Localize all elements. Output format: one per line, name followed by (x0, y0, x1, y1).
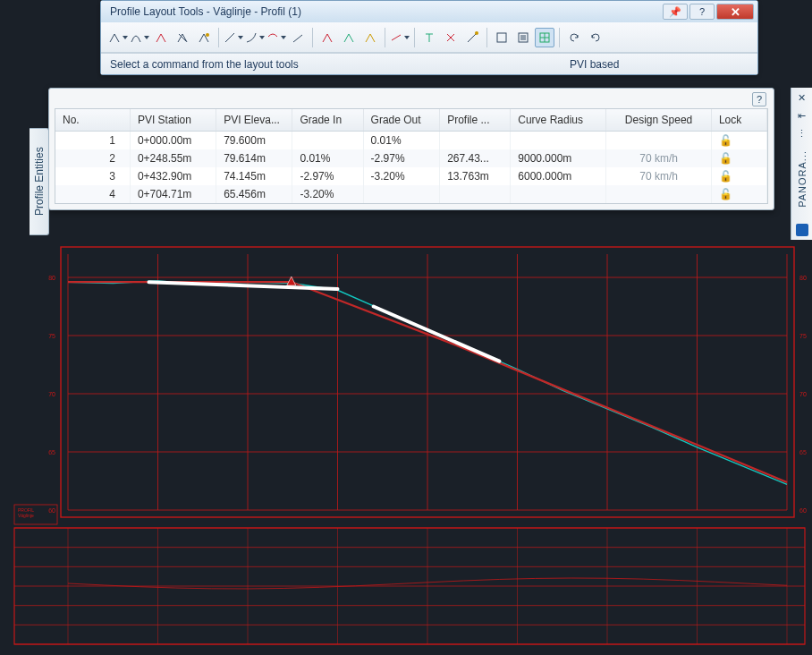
cell-grade-out[interactable]: 0.01% (363, 132, 440, 150)
lock-icon[interactable]: 🔓 (719, 152, 732, 165)
cell-speed[interactable] (606, 185, 712, 203)
separator (414, 28, 415, 47)
separator (312, 28, 313, 47)
toolbar (101, 22, 757, 53)
svg-text:70: 70 (799, 391, 807, 397)
cell-grade-in[interactable]: 0.01% (292, 149, 363, 167)
cell-elev[interactable]: 74.145m (216, 167, 292, 185)
col-grade-out[interactable]: Grade Out (363, 109, 440, 132)
status-mode: PVI based (570, 58, 749, 71)
redo-button[interactable] (586, 28, 605, 47)
profile-style-button[interactable] (513, 28, 533, 47)
delete-pvi-button[interactable] (173, 28, 192, 47)
cell-no: 3 (55, 167, 130, 185)
cell-grade-in[interactable]: -2.97% (292, 167, 363, 185)
lock-icon[interactable]: 🔓 (719, 170, 732, 183)
copy-profile-button[interactable] (390, 28, 410, 47)
cell-lock[interactable]: 🔓 (711, 149, 766, 167)
trim-entity-button[interactable] (339, 28, 359, 47)
extend-entity-button[interactable] (317, 28, 337, 47)
cell-station[interactable]: 0+248.55m (130, 149, 216, 167)
profile-properties-button[interactable] (492, 28, 512, 47)
panel-tab[interactable]: Profile Entities (30, 128, 49, 235)
cell-grade-in[interactable] (292, 132, 363, 150)
cell-lock[interactable]: 🔓 (711, 167, 766, 185)
table-row[interactable]: 30+432.90m74.145m-2.97%-3.20%13.763m6000… (55, 167, 767, 185)
lock-icon[interactable]: 🔓 (719, 134, 732, 147)
cell-profile-len[interactable] (440, 185, 511, 203)
cell-speed[interactable] (606, 132, 712, 150)
cell-elev[interactable]: 79.614m (216, 149, 292, 167)
pvi-table: No. PVI Station PVI Eleva... Grade In Gr… (55, 109, 767, 203)
col-no[interactable]: No. (55, 109, 130, 132)
cell-grade-out[interactable]: -2.97% (363, 149, 440, 167)
cell-station[interactable]: 0+704.71m (130, 185, 216, 203)
window-title: Profile Layout Tools - Väglinje - Profil… (110, 5, 661, 18)
panorama-pin-icon[interactable]: ⇤ (796, 109, 808, 122)
cell-elev[interactable]: 65.456m (216, 185, 292, 203)
cell-grade-out[interactable]: -3.20% (363, 167, 440, 185)
cell-radius[interactable] (511, 132, 606, 150)
table-row[interactable]: 10+000.00m79.600m0.01%🔓 (55, 132, 767, 150)
cell-station[interactable]: 0+000.00m (130, 132, 216, 150)
panorama-menu-icon[interactable]: ⋮ (796, 127, 808, 140)
fixed-curve-button[interactable] (245, 28, 265, 47)
delete-sub-entity-button[interactable] (441, 28, 461, 47)
cell-lock[interactable]: 🔓 (711, 132, 766, 150)
col-lock[interactable]: Lock (711, 109, 766, 132)
col-station[interactable]: PVI Station (130, 109, 216, 132)
help-button[interactable]: ? (689, 4, 715, 20)
separator (486, 28, 487, 47)
move-pvi-button[interactable] (194, 28, 214, 47)
cell-radius[interactable]: 9000.000m (511, 149, 606, 167)
undo-button[interactable] (564, 28, 584, 47)
cell-station[interactable]: 0+432.90m (130, 167, 216, 185)
table-row[interactable]: 20+248.55m79.614m0.01%-2.97%267.43...900… (55, 149, 767, 167)
svg-point-1 (475, 31, 478, 35)
cell-grade-in[interactable]: -3.20% (292, 185, 363, 203)
cell-profile-len[interactable]: 267.43... (440, 149, 511, 167)
float-curve-button[interactable] (266, 28, 286, 47)
col-grade-in[interactable]: Grade In (292, 109, 363, 132)
cell-no: 1 (55, 132, 130, 150)
cell-speed[interactable]: 70 km/h (606, 167, 712, 185)
separator (559, 28, 560, 47)
raise-lower-button[interactable] (360, 28, 380, 47)
titlebar[interactable]: Profile Layout Tools - Väglinje - Profil… (101, 1, 757, 22)
col-elev[interactable]: PVI Eleva... (216, 109, 292, 132)
panorama-close-icon[interactable]: ✕ (796, 91, 808, 104)
profile-grid-view-button[interactable] (535, 28, 554, 47)
separator (385, 28, 385, 47)
cell-lock[interactable]: 🔓 (711, 185, 766, 203)
edit-best-fit-button[interactable] (462, 28, 482, 47)
svg-text:Väglinje: Väglinje (18, 513, 34, 518)
panel-help-button[interactable]: ? (752, 92, 766, 106)
cell-speed[interactable]: 70 km/h (606, 149, 712, 167)
pin-button[interactable]: 📌 (663, 4, 688, 20)
autodesk-logo-icon (796, 224, 808, 236)
cell-no: 4 (55, 185, 130, 203)
cell-profile-len[interactable] (440, 132, 511, 150)
table-row[interactable]: 40+704.71m65.456m-3.20%🔓 (55, 185, 767, 203)
svg-text:75: 75 (48, 333, 55, 339)
fixed-tangent-button[interactable] (224, 28, 243, 47)
close-button[interactable]: ✕ (716, 4, 754, 20)
draw-curves-button[interactable] (130, 28, 149, 47)
col-curve-radius[interactable]: Curve Radius (511, 109, 606, 132)
free-curve-button[interactable] (288, 28, 308, 47)
svg-text:75: 75 (799, 333, 807, 339)
col-profile-len[interactable]: Profile ... (440, 109, 511, 132)
cell-radius[interactable]: 6000.000m (511, 167, 606, 185)
cell-radius[interactable] (511, 185, 606, 203)
lock-icon[interactable]: 🔓 (719, 188, 732, 200)
cell-profile-len[interactable]: 13.763m (440, 167, 511, 185)
profile-chart: 60606565707075758080PROFILVäglinje (0, 242, 812, 653)
cell-grade-out[interactable] (363, 185, 440, 203)
profile-view-drawing[interactable]: 60606565707075758080PROFILVäglinje (0, 242, 812, 653)
svg-text:60: 60 (799, 507, 807, 514)
pick-sub-entity-button[interactable] (419, 28, 439, 47)
draw-tangents-button[interactable] (108, 28, 128, 47)
cell-elev[interactable]: 79.600m (216, 132, 292, 150)
col-design-speed[interactable]: Design Speed (606, 109, 712, 132)
insert-pvi-button[interactable] (151, 28, 171, 47)
